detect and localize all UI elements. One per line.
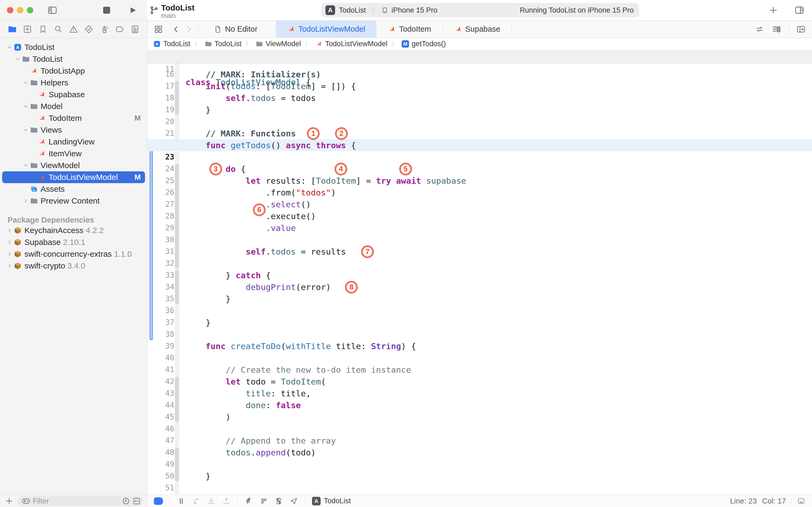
tab-no-editor[interactable]: No Editor [202, 21, 269, 38]
sidebar-item-ItemView[interactable]: ItemView [0, 148, 147, 160]
disclosure-open-icon[interactable] [23, 80, 29, 86]
sidebar-item-Preview-Content[interactable]: Preview Content [0, 195, 147, 207]
source-control-navigator-icon[interactable] [23, 25, 32, 34]
scheme-name[interactable]: TodoList [339, 6, 366, 14]
pull-changes-icon[interactable] [207, 497, 215, 505]
code-line-50[interactable]: 50 [148, 458, 812, 470]
source-control-filter-icon[interactable] [133, 497, 141, 505]
code-line-39[interactable]: 39 [148, 328, 812, 340]
tab-TodoListViewModel[interactable]: TodoListViewModel [276, 21, 376, 38]
code-line-52[interactable]: 52 [148, 482, 812, 494]
code-line-27[interactable]: 27 .from("todos") [148, 187, 812, 199]
code-line-32[interactable]: 32 self.todos = results [148, 246, 812, 258]
toggle-navigator-icon[interactable] [47, 5, 57, 15]
swap-editors-icon[interactable] [755, 25, 764, 34]
code-line-45[interactable]: 45 done: false [148, 399, 812, 411]
add-editor-icon[interactable] [796, 25, 806, 34]
locate-icon[interactable] [290, 497, 298, 505]
code-line-20[interactable]: 20 } [148, 104, 812, 116]
code-line-35[interactable]: 35 debugPrint(error) [148, 281, 812, 293]
sidebar-item-LandingView[interactable]: LandingView [0, 136, 147, 148]
sidebar-item-Model[interactable]: Model [0, 101, 147, 112]
code-line-26[interactable]: 26 let results: [TodoItem] = try await s… [148, 175, 812, 187]
disclosure-open-icon[interactable] [23, 127, 29, 133]
code-line-31[interactable]: 31 [148, 234, 812, 246]
canvas-pause-icon[interactable] [177, 497, 185, 505]
recents-clock-icon[interactable] [122, 497, 130, 505]
code-area[interactable]: 16 17 // MARK: Initializer(s) 18 init(to… [148, 38, 812, 495]
filter-menu-icon[interactable] [20, 497, 32, 505]
code-line-28[interactable]: 28 .select() [148, 199, 812, 210]
minimize-window-button[interactable] [17, 7, 23, 13]
sidebar-item-Assets[interactable]: Assets [0, 183, 147, 195]
deploy-preview-icon[interactable] [192, 497, 200, 505]
filter-field[interactable] [17, 496, 143, 506]
code-line-33[interactable]: 33 [148, 258, 812, 269]
code-line-49[interactable]: 49 todos.append(todo) [148, 447, 812, 458]
code-line-29[interactable]: 29 .execute() [148, 210, 812, 222]
package-item-swift-crypto[interactable]: swift-crypto 3.4.0 [0, 260, 147, 272]
code-line-22[interactable]: 22 // MARK: Functions [148, 127, 812, 139]
breakpoints-navigator-icon[interactable] [115, 25, 124, 34]
code-line-40[interactable]: 40 func createToDo(withTitle title: Stri… [148, 340, 812, 352]
breadcrumb-item[interactable]: MgetTodos() [402, 40, 446, 48]
sidebar-item-TodoItem[interactable]: TodoItem M [0, 112, 147, 124]
package-item-KeychainAccess[interactable]: KeychainAccess 4.2.2 [0, 225, 147, 236]
editor-options-icon[interactable] [771, 25, 781, 34]
project-navigator-icon[interactable] [7, 25, 17, 34]
tab-overview-icon[interactable] [154, 25, 163, 34]
go-back-icon[interactable] [172, 25, 180, 33]
minimized-view-icon[interactable] [797, 497, 806, 505]
run-destination[interactable]: iPhone 15 Pro [392, 6, 438, 14]
disclosure-open-icon[interactable] [7, 44, 13, 50]
code-line-38[interactable]: 38 } [148, 317, 812, 328]
tab-Supabase[interactable]: Supabase [443, 21, 512, 38]
reports-navigator-icon[interactable] [130, 25, 139, 34]
breadcrumb-item[interactable]: ViewModel [255, 40, 301, 48]
breadcrumb-item[interactable]: TodoList [153, 40, 190, 48]
code-line-48[interactable]: 48 // Append to the array [148, 435, 812, 447]
editor-only-layout-button[interactable] [154, 497, 163, 505]
code-line-44[interactable]: 44 title: title, [148, 388, 812, 399]
go-forward-icon[interactable] [184, 25, 192, 33]
disclosure-closed-icon[interactable] [7, 263, 13, 269]
tab-TodoItem[interactable]: TodoItem [376, 21, 442, 38]
code-line-23[interactable]: 23 func getTodos() async throws { [148, 139, 812, 151]
close-window-button[interactable] [7, 7, 13, 13]
add-file-icon[interactable] [5, 497, 13, 505]
code-line-51[interactable]: 51 } [148, 470, 812, 482]
stop-button[interactable] [103, 7, 110, 14]
bookmarks-navigator-icon[interactable] [39, 25, 48, 34]
sidebar-item-Views[interactable]: Views [0, 124, 147, 136]
code-line-36[interactable]: 36 } [148, 293, 812, 305]
activity-status-bar[interactable]: A TodoList 〉 iPhone 15 Pro Running TodoL… [321, 3, 639, 17]
disclosure-closed-icon[interactable] [7, 227, 13, 233]
breadcrumb-item[interactable]: TodoList [205, 40, 242, 48]
running-app-indicator[interactable]: A TodoList [312, 497, 351, 505]
code-line-37[interactable]: 37 [148, 305, 812, 317]
zoom-window-button[interactable] [27, 7, 33, 13]
sidebar-item-Supabase[interactable]: Supabase [0, 89, 147, 101]
package-item-Supabase[interactable]: Supabase 2.10.1 [0, 236, 147, 248]
disclosure-open-icon[interactable] [15, 56, 21, 62]
variants-toggle-icon[interactable] [275, 497, 283, 505]
sidebar-item-Helpers[interactable]: Helpers [0, 77, 147, 89]
tests-navigator-icon[interactable] [84, 25, 94, 34]
code-line-30[interactable]: 30 .value [148, 222, 812, 234]
filter-input[interactable] [32, 497, 111, 506]
code-line-21[interactable]: 21 [148, 116, 812, 127]
code-line-19[interactable]: 19 self.todos = todos [148, 92, 812, 104]
code-line-25[interactable]: 25 do { [148, 163, 812, 175]
library-plus-icon[interactable] [768, 5, 778, 15]
code-line-24[interactable]: 24 [148, 151, 812, 163]
code-line-42[interactable]: 42 // Create the new to-do item instance [148, 364, 812, 376]
issues-navigator-icon[interactable] [69, 25, 78, 34]
toggle-inspector-icon[interactable] [794, 5, 805, 15]
disclosure-closed-icon[interactable] [7, 239, 13, 245]
sidebar-item-TodoList[interactable]: TodoList [0, 53, 147, 65]
code-line-34[interactable]: 34 } catch { [148, 269, 812, 281]
code-line-47[interactable]: 47 [148, 423, 812, 435]
code-line-46[interactable]: 46 ) [148, 411, 812, 423]
code-line-41[interactable]: 41 [148, 352, 812, 364]
hierarchy-icon[interactable] [259, 497, 268, 505]
